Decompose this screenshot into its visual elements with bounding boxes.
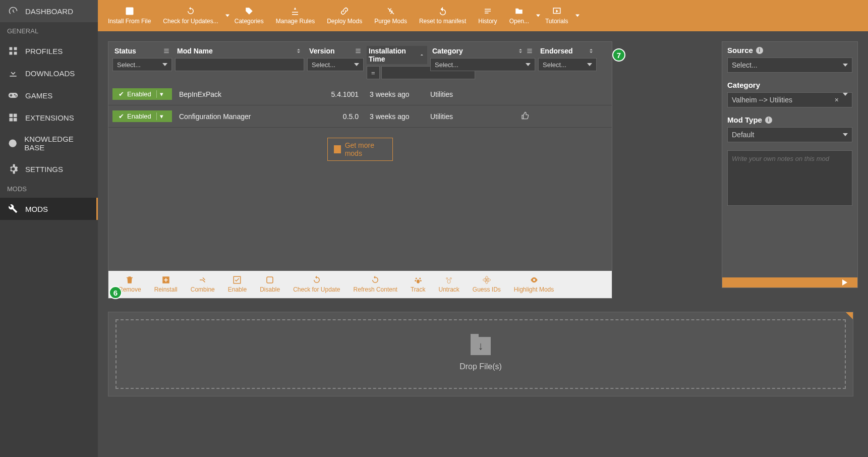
mod-name: BepInExPack <box>172 90 303 98</box>
col-endorsed[interactable]: Endorsed <box>538 46 597 56</box>
filter-op-text: = <box>371 69 375 77</box>
rp-modtype-select[interactable]: Default <box>727 127 852 142</box>
action-refresh[interactable]: Refresh Content <box>354 275 397 293</box>
status-badge[interactable]: ✔ Enabled ▾ <box>112 88 172 100</box>
toolbar-open[interactable]: Open... <box>503 4 539 28</box>
caret-down-icon <box>575 14 580 17</box>
action-enable[interactable]: Enable <box>228 275 247 293</box>
svg-rect-1 <box>14 47 17 50</box>
toolbar-manage-rules[interactable]: Manage Rules <box>270 4 321 28</box>
status-dropdown[interactable]: ▾ <box>156 112 163 120</box>
status-badge[interactable]: ✔ Enabled ▾ <box>112 110 172 122</box>
toolbar-tutorials[interactable]: Tutorials <box>539 4 578 28</box>
toolbar-categories[interactable]: Categories <box>228 4 270 28</box>
toolbar-purge[interactable]: Purge Mods <box>368 4 413 28</box>
status-dropdown[interactable]: ▾ <box>156 90 163 98</box>
action-highlight-label: Highlight Mods <box>514 286 554 293</box>
svg-rect-3 <box>14 52 17 55</box>
sidebar-dashboard[interactable]: DASHBOARD <box>0 0 98 22</box>
action-combine[interactable]: Combine <box>191 275 215 293</box>
filter-status-text: Select... <box>117 61 141 69</box>
action-untrack-label: Untrack <box>439 286 459 293</box>
filter-status-select[interactable]: Select... <box>112 58 172 71</box>
filter-endorsed-select[interactable]: Select... <box>538 58 597 71</box>
sidebar-games[interactable]: GAMES <box>0 84 98 106</box>
filter-version-select[interactable]: Select... <box>307 58 364 71</box>
status-text: Enabled <box>127 112 151 120</box>
action-refresh-label: Refresh Content <box>354 286 397 293</box>
tutorials-icon <box>552 7 561 16</box>
sidebar-settings[interactable]: SETTINGS <box>0 158 98 180</box>
sidebar-mods[interactable]: MODS <box>0 198 98 220</box>
folder-icon <box>514 7 524 16</box>
sidebar-extensions[interactable]: EXTENSIONS <box>0 106 98 129</box>
sidebar-knowledge[interactable]: KNOWLEDGE BASE <box>0 129 98 158</box>
table-row[interactable]: ✔ Enabled ▾ BepInExPack 5.4.1001 3 weeks… <box>108 83 612 105</box>
filter-installtime-op[interactable]: = <box>367 66 380 79</box>
toolbar-deploy[interactable]: Deploy Mods <box>321 4 368 28</box>
col-status[interactable]: Status <box>112 46 172 56</box>
refresh-icon <box>371 275 380 284</box>
rp-footer[interactable] <box>722 277 857 288</box>
plus-box-icon <box>161 275 170 284</box>
drop-zone[interactable]: ↓ Drop File(s) <box>115 319 846 389</box>
action-track[interactable]: Track <box>411 275 426 293</box>
col-version[interactable]: Version <box>307 46 364 56</box>
paw-off-icon <box>444 275 453 284</box>
action-highlight[interactable]: Highlight Mods <box>514 275 554 293</box>
svg-rect-0 <box>10 47 13 50</box>
action-guess[interactable]: Guess IDs <box>473 275 501 293</box>
action-track-label: Track <box>411 286 426 293</box>
col-version-label: Version <box>309 47 335 55</box>
col-category[interactable]: Category <box>430 46 535 56</box>
rp-category-value: Valheim --> Utilities <box>732 96 792 104</box>
action-disable[interactable]: Disable <box>260 275 280 293</box>
action-check-update[interactable]: Check for Update <box>293 275 340 293</box>
toolbar-install[interactable]: Install From File <box>102 4 157 28</box>
info-icon[interactable]: i <box>765 117 772 124</box>
col-installtime[interactable]: Installation Time <box>367 46 427 64</box>
toolbar-history[interactable]: History <box>472 4 503 28</box>
chevron-right-icon <box>842 279 847 285</box>
list-icon <box>163 47 170 54</box>
toolbar-check-updates[interactable]: Check for Updates... <box>157 4 228 28</box>
caret-down-icon <box>843 64 848 67</box>
filter-modname-input[interactable] <box>175 58 304 71</box>
sidebar-downloads[interactable]: DOWNLOADS <box>0 62 98 84</box>
svg-rect-6 <box>10 118 13 122</box>
rules-icon <box>291 7 300 16</box>
thumb-up-icon <box>521 111 529 120</box>
action-enable-label: Enable <box>228 286 247 293</box>
table-row[interactable]: ✔ Enabled ▾ Configuration Manager 0.5.0 … <box>108 105 612 128</box>
action-reinstall[interactable]: Reinstall <box>154 275 178 293</box>
sidebar-games-label: GAMES <box>25 91 52 100</box>
toolbar-reset[interactable]: Reset to manifest <box>413 4 472 28</box>
rp-source-select[interactable]: Select... <box>727 58 852 73</box>
rp-modtype-label: Mod Typei <box>727 116 852 124</box>
get-more-mods-button[interactable]: Get more mods <box>327 138 393 161</box>
filter-category-select[interactable]: Select... <box>430 58 535 71</box>
mods-panel: Status Select... Mod Name Version Select… <box>108 41 612 299</box>
sidebar-downloads-label: DOWNLOADS <box>25 69 75 78</box>
action-combine-label: Combine <box>191 286 215 293</box>
resize-handle[interactable] <box>846 312 853 319</box>
caret-down-icon <box>354 63 359 66</box>
action-untrack[interactable]: Untrack <box>439 275 459 293</box>
info-icon[interactable]: i <box>756 47 763 54</box>
clear-icon[interactable]: × <box>835 96 839 104</box>
rp-modtype-text: Mod Type <box>727 116 762 124</box>
toolbar-manage-label: Manage Rules <box>276 18 315 25</box>
rp-category-select[interactable]: Valheim --> Utilities× <box>727 92 852 107</box>
svg-rect-10 <box>485 9 491 10</box>
mod-version: 0.5.0 <box>303 112 359 121</box>
rp-notes-textarea[interactable] <box>727 150 852 206</box>
tag-icon <box>245 7 254 16</box>
mod-endorsed[interactable] <box>510 111 540 122</box>
nexus-icon <box>334 145 341 153</box>
rp-source-text: Source <box>727 46 753 54</box>
main-area: Status Select... Mod Name Version Select… <box>98 31 868 457</box>
col-modname[interactable]: Mod Name <box>175 46 304 56</box>
sidebar-profiles[interactable]: PROFILES <box>0 40 98 62</box>
info-icon <box>8 138 17 148</box>
mod-category: Utilities <box>419 112 510 121</box>
